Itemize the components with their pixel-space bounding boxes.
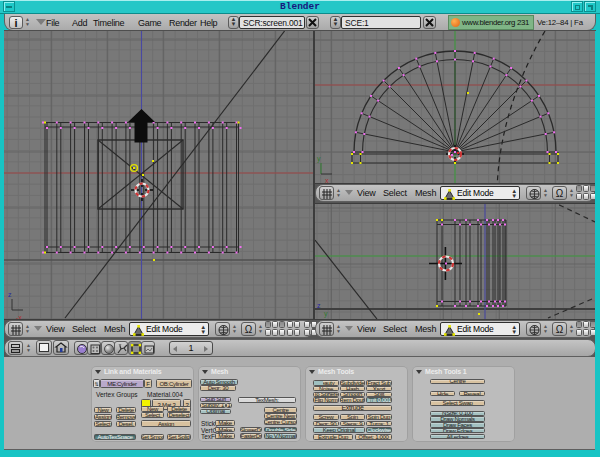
svg-text:y: y [324,310,328,318]
svg-text:y: y [317,155,321,163]
svg-text:z: z [8,291,12,298]
svg-text:z: z [317,302,321,309]
